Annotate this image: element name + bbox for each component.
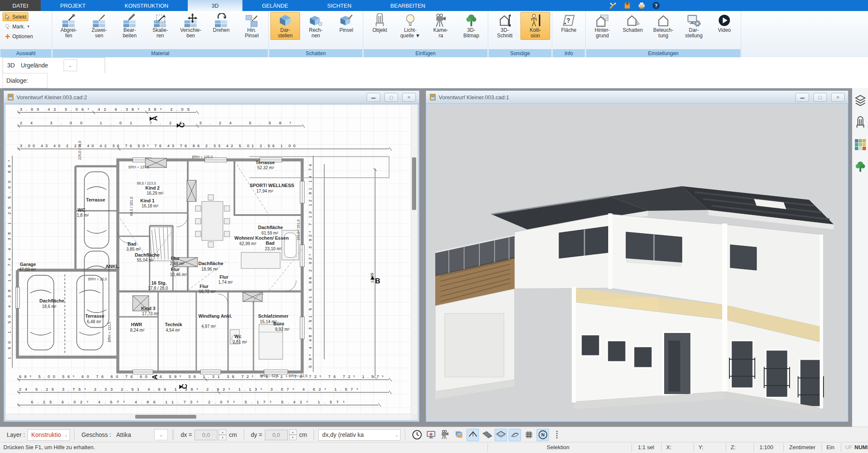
view3d-canvas[interactable] [428, 105, 846, 420]
view-dropdown-chevron-icon[interactable]: ⌄ [64, 59, 77, 71]
status-help-text: Drücken Sie F1, um Hilfe zu erhalten. [3, 444, 95, 450]
svg-text:3,85 m²: 3,85 m² [126, 247, 141, 252]
layer-cube-icon[interactable] [453, 429, 465, 441]
view-selector[interactable]: 3D Urgelände ⌄ [3, 57, 105, 73]
view3d-window[interactable]: Vorentwurf Kleiner.003.cad:1 ▬ ▢ ✕ [426, 90, 849, 422]
materials-icon[interactable] [854, 138, 867, 151]
minimize-button[interactable]: ▬ [367, 93, 380, 102]
maximize-button[interactable]: ▢ [813, 93, 827, 102]
dx-input[interactable]: 0,0 [195, 430, 217, 440]
vertical-scrollbar-thumb[interactable] [412, 157, 416, 210]
dx-stepper[interactable]: ▲▼ [219, 429, 226, 440]
dialoge-label: Dialoge: [3, 73, 47, 88]
view3d-window-titlebar[interactable]: Vorentwurf Kleiner.003.cad:1 ▬ ▢ ✕ [426, 91, 848, 104]
minimize-button[interactable]: ▬ [796, 93, 809, 102]
tab-konstruktion[interactable]: KONSTRUKTION [105, 0, 188, 11]
separator [172, 429, 172, 440]
hin-pinsel-button[interactable]: Hin.Pinsel [237, 12, 267, 40]
svg-text:A: A [151, 375, 159, 380]
svg-text:SPORT/ WELLNESS: SPORT/ WELLNESS [250, 183, 294, 188]
horizontal-scrollbar[interactable] [6, 414, 411, 420]
plan-window[interactable]: Vorentwurf Kleiner.003.cad:2 ▬ ▢ ✕ [3, 90, 420, 422]
tools-icon[interactable] [609, 1, 617, 10]
dy-input[interactable]: 0,0 [265, 430, 288, 440]
svg-text:BRH = 25,0: BRH = 25,0 [88, 277, 107, 281]
plan-window-title: Vorentwurf Kleiner.003.cad:2 [17, 94, 362, 101]
layers-icon[interactable] [854, 94, 867, 107]
help-icon[interactable]: ? [652, 1, 660, 10]
tab-projekt[interactable]: PROJEKT [41, 0, 105, 11]
plan-window-titlebar[interactable]: Vorentwurf Kleiner.003.cad:2 ▬ ▢ ✕ [4, 91, 419, 104]
grid-toggle[interactable] [523, 429, 535, 441]
hintergrund-button[interactable]: Hinter-grund [587, 12, 617, 40]
layer-select[interactable]: Konstruktio⌄ [28, 429, 70, 441]
printer-icon[interactable] [637, 1, 646, 10]
rechnen-button[interactable]: Rech-nen [301, 12, 331, 40]
layer-label: Layer : [7, 431, 25, 438]
svg-text:10,46 m²: 10,46 m² [170, 272, 187, 277]
move-icon [184, 13, 198, 28]
svg-text:Bad: Bad [266, 240, 275, 246]
tab-bearbeiten[interactable]: BEARBEITEN [371, 0, 445, 11]
svg-text:1,74 m²: 1,74 m² [218, 280, 233, 285]
kollision-button[interactable]: Kolli-sion [520, 12, 550, 40]
time-icon[interactable] [411, 429, 423, 441]
relative-mode-select[interactable]: dx,dy (relativ ka⌄ [318, 429, 401, 441]
optionen-button[interactable]: Optionen [3, 32, 35, 41]
darstellen-button[interactable]: Dar-stellen [270, 12, 300, 40]
tab-sichten[interactable]: SICHTEN [308, 0, 371, 11]
objekt-button[interactable]: Objekt [365, 12, 395, 40]
flaeche-button[interactable]: ? Fläche [554, 12, 584, 40]
toolbar-handle[interactable] [551, 429, 563, 441]
tab-3d[interactable]: 3D [188, 0, 242, 11]
mark-button[interactable]: Mark. ▼ [3, 22, 32, 31]
plan-canvas[interactable]: 3.00 42 3.06⁵ 42 6.38⁵ 38⁵ 2.05 24 3.00 … [6, 105, 417, 420]
horizontal-scrollbar-thumb[interactable] [135, 415, 196, 419]
darstellung-button[interactable]: Dar-stellung [679, 12, 709, 40]
schatten-einstellung-button[interactable]: Schatten [618, 12, 648, 40]
floor-plan-drawing: 3.00 42 3.06⁵ 42 6.38⁵ 38⁵ 2.05 24 3.00 … [6, 105, 411, 414]
plants-icon[interactable] [854, 160, 867, 173]
monitor-star-icon[interactable] [425, 429, 437, 441]
area-question-icon: ? [562, 13, 576, 28]
close-button[interactable]: ✕ [831, 93, 845, 102]
lichtquelle-button[interactable]: Licht-quelle ▼ [395, 12, 425, 40]
maximize-button[interactable]: ▢ [384, 93, 398, 102]
kamera-button[interactable]: Kame-ra [426, 12, 456, 40]
monitor-gear-icon [687, 13, 701, 28]
status-z: Z: [731, 444, 736, 450]
vertical-scrollbar[interactable] [411, 105, 417, 414]
roof-view-toggle[interactable] [467, 429, 479, 441]
svg-text:8,24 m²: 8,24 m² [130, 328, 145, 333]
verschieben-button[interactable]: Verschie-ben [176, 12, 206, 40]
furniture-icon[interactable] [854, 116, 867, 129]
texture-toggle[interactable] [481, 429, 493, 441]
surface-toggle[interactable] [495, 429, 507, 441]
3d-schnitt-button[interactable]: 3D-Schnitt [490, 12, 520, 40]
bearbeiten-button[interactable]: Bear-beiten [115, 12, 145, 40]
schatten-pinsel-button[interactable]: Pinsel [331, 12, 361, 40]
zuweisen-button[interactable]: Zuwei-sen [84, 12, 114, 40]
abgreifen-button[interactable]: Abgrei-fen [54, 12, 83, 40]
tab-datei[interactable]: DATEI [0, 0, 41, 11]
package-icon[interactable] [623, 1, 632, 10]
svg-text:17,73 m²: 17,73 m² [142, 311, 159, 316]
dy-stepper[interactable]: ▲▼ [289, 429, 297, 440]
chevron-down-icon: ⌄ [395, 433, 398, 437]
tab-gelaende[interactable]: GELÄNDE [242, 0, 308, 11]
geschoss-dropdown-chevron-icon[interactable]: ⌄ [154, 429, 168, 440]
ribbon-tab-bar: DATEI PROJEKT KONSTRUKTION 3D GELÄNDE SI… [0, 0, 868, 11]
svg-text:Kind 2: Kind 2 [145, 185, 160, 190]
drehen-button[interactable]: Drehen [206, 12, 236, 40]
beleuchtung-button[interactable]: Beleuch-tung [648, 12, 678, 40]
close-button[interactable]: ✕ [402, 93, 416, 102]
skalieren-button[interactable]: Skalie-ren [145, 12, 175, 40]
svg-text:2,51 m²: 2,51 m² [233, 340, 248, 344]
selekt-button[interactable]: Selekt [3, 12, 28, 21]
3d-bitmap-button[interactable]: 3D-Bitmap [456, 12, 486, 40]
svg-text:Flur: Flur [220, 274, 228, 280]
north-compass-toggle[interactable]: N [537, 429, 549, 441]
camera-icon[interactable] [439, 429, 451, 441]
video-button[interactable]: Video [709, 12, 739, 40]
contour-toggle[interactable] [509, 429, 521, 441]
